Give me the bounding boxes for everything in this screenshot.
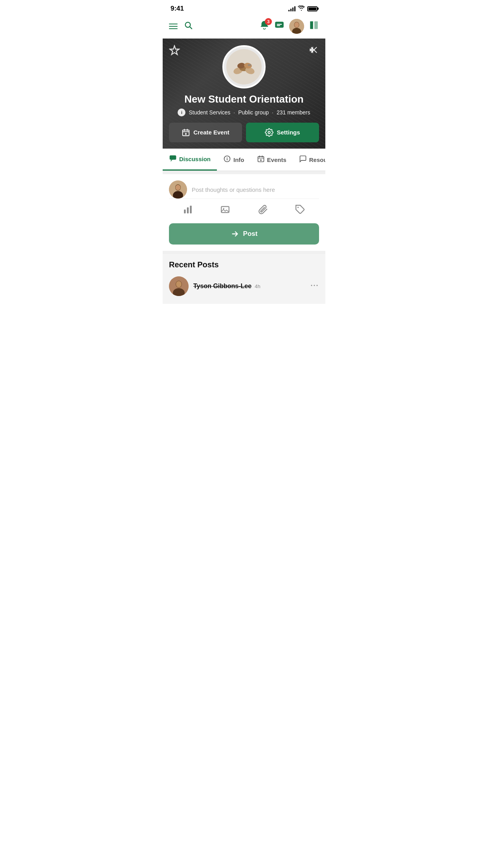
create-event-label: Create Event xyxy=(193,129,229,136)
svg-rect-10 xyxy=(314,21,318,29)
svg-point-27 xyxy=(268,131,271,134)
info-circle-icon: i xyxy=(178,108,185,116)
svg-rect-43 xyxy=(187,208,189,213)
section-divider xyxy=(163,171,325,174)
tab-discussion-label: Discussion xyxy=(179,156,211,162)
tab-info[interactable]: Info xyxy=(217,149,251,171)
settings-button[interactable]: Settings xyxy=(246,123,319,142)
svg-rect-20 xyxy=(248,64,251,66)
tab-events[interactable]: Events xyxy=(251,149,293,171)
tab-info-label: Info xyxy=(233,156,244,163)
hamburger-icon[interactable] xyxy=(169,24,178,29)
header-nav: 3 xyxy=(163,16,325,39)
svg-point-51 xyxy=(176,281,182,287)
post-composer: Post thoughts or questions here xyxy=(163,174,325,251)
svg-rect-4 xyxy=(277,25,281,26)
svg-point-31 xyxy=(227,157,227,158)
discussion-icon xyxy=(169,154,177,164)
nav-right: 3 xyxy=(259,19,319,34)
group-avatar xyxy=(222,45,266,88)
create-event-button[interactable]: Create Event xyxy=(169,123,242,142)
post-author-avatar xyxy=(169,276,189,296)
section-divider-2 xyxy=(163,251,325,254)
book-icon[interactable] xyxy=(309,20,319,33)
svg-line-1 xyxy=(190,27,192,29)
user-avatar[interactable] xyxy=(289,19,304,34)
post-info-row: Tyson Gibbons-Lee 4h xyxy=(193,283,305,290)
events-icon xyxy=(257,155,265,165)
poll-icon[interactable] xyxy=(183,204,193,217)
status-time: 9:41 xyxy=(171,5,184,13)
group-meta: i Student Services · Public group · 231 … xyxy=(178,108,310,116)
battery-icon xyxy=(307,6,317,11)
signal-bars-icon xyxy=(288,6,295,11)
composer-tools xyxy=(169,199,319,219)
group-category: Student Services xyxy=(189,109,230,116)
tab-discussion[interactable]: Discussion xyxy=(163,149,217,171)
nav-left xyxy=(169,21,193,32)
info-icon xyxy=(223,155,231,165)
post-preview: Tyson Gibbons-Lee 4h xyxy=(169,275,319,298)
current-user-avatar xyxy=(169,180,187,199)
group-title: New Student Orientation xyxy=(184,93,303,105)
svg-rect-42 xyxy=(184,210,185,213)
hero-actions: Create Event Settings xyxy=(169,123,319,142)
tab-resources-label: Resour... xyxy=(309,156,325,163)
tab-events-label: Events xyxy=(267,156,286,163)
settings-label: Settings xyxy=(277,129,300,136)
post-button[interactable]: Post xyxy=(169,223,319,245)
mute-button[interactable] xyxy=(309,45,319,57)
svg-point-46 xyxy=(223,208,224,209)
post-button-label: Post xyxy=(243,230,258,238)
tag-icon[interactable] xyxy=(295,204,305,217)
post-more-options[interactable] xyxy=(310,281,319,292)
post-input[interactable]: Post thoughts or questions here xyxy=(192,182,319,197)
notification-button[interactable]: 3 xyxy=(259,20,270,33)
svg-rect-28 xyxy=(170,155,176,160)
tabs-row: Discussion Info Events xyxy=(163,149,325,171)
recent-posts-section: Recent Posts Tyson Gibbons-Lee 4h xyxy=(163,254,325,304)
svg-point-54 xyxy=(317,285,318,286)
search-icon[interactable] xyxy=(184,21,193,32)
svg-rect-9 xyxy=(310,21,314,29)
chat-icon[interactable] xyxy=(274,20,284,33)
notification-badge: 3 xyxy=(265,18,272,25)
favorite-button[interactable] xyxy=(169,45,180,59)
post-time: 4h xyxy=(255,283,260,289)
svg-point-47 xyxy=(297,207,299,208)
status-bar: 9:41 xyxy=(163,0,325,16)
status-icons xyxy=(288,6,317,12)
image-icon[interactable] xyxy=(220,204,230,217)
svg-point-41 xyxy=(176,185,181,190)
composer-top: Post thoughts or questions here xyxy=(169,180,319,199)
member-count: 231 members xyxy=(277,109,310,116)
svg-rect-3 xyxy=(277,24,282,25)
tab-resources[interactable]: Resour... xyxy=(293,149,325,171)
post-author-name: Tyson Gibbons-Lee xyxy=(193,283,251,290)
svg-point-52 xyxy=(311,285,312,286)
resources-icon xyxy=(299,155,307,165)
recent-posts-title: Recent Posts xyxy=(169,260,319,269)
svg-rect-44 xyxy=(190,206,191,213)
wifi-icon xyxy=(298,6,305,12)
svg-point-53 xyxy=(314,285,315,286)
hero-banner: New Student Orientation i Student Servic… xyxy=(163,39,325,149)
attachment-icon[interactable] xyxy=(258,204,268,217)
group-type: Public group xyxy=(238,109,269,116)
svg-point-8 xyxy=(294,22,299,28)
